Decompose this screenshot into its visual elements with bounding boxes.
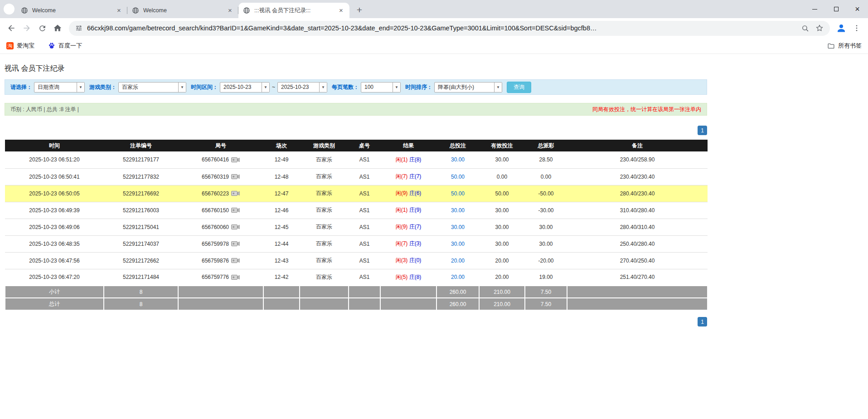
cell-result: 闲(5) 庄(8) — [380, 269, 436, 286]
sort-value: 降幂(由大到小) — [435, 83, 477, 91]
globe-icon — [21, 7, 28, 14]
video-camera-icon[interactable] — [231, 190, 240, 196]
cell-remark: 230.40/258.90 — [567, 151, 708, 168]
total-bet-link[interactable]: 20.00 — [451, 274, 465, 280]
cell-game-type: 百家乐 — [300, 235, 349, 252]
total-bet-link[interactable]: 30.00 — [451, 156, 465, 163]
cell-time: 2025-10-23 06:50:05 — [5, 185, 104, 202]
tab-close-icon[interactable]: × — [337, 7, 345, 15]
baidu-paw-icon — [48, 42, 55, 49]
page-number-button[interactable]: 1 — [698, 126, 707, 135]
reload-button[interactable] — [34, 20, 50, 36]
home-button[interactable] — [50, 20, 65, 36]
subtotal-row-cell-2 — [178, 286, 263, 298]
chevron-down-icon[interactable]: ▼ — [393, 83, 400, 92]
total-bet-link[interactable]: 30.00 — [451, 241, 465, 247]
cell-session: 12-44 — [263, 235, 300, 252]
query-type-select[interactable]: 日期查询 ▼ — [34, 82, 85, 93]
globe-icon — [243, 7, 250, 14]
bookmark-aitaobao[interactable]: 淘 爱淘宝 — [6, 42, 34, 50]
date-range-label: 时间区间： — [191, 83, 218, 91]
game-type-select[interactable]: 百家乐 ▼ — [118, 82, 186, 93]
all-bookmarks[interactable]: 所有书签 — [827, 42, 862, 50]
date-end-select[interactable]: 2025-10-23 ▼ — [277, 82, 327, 93]
date-start-select[interactable]: 2025-10-23 ▼ — [220, 82, 270, 93]
tune-icon[interactable] — [75, 24, 82, 32]
total-bet-link[interactable]: 30.00 — [451, 224, 465, 230]
chevron-down-icon[interactable]: ▼ — [319, 83, 327, 92]
close-button[interactable]: × — [847, 0, 868, 18]
sort-label: 时间排序： — [405, 83, 432, 91]
cell-bet-id: 522912177832 — [104, 168, 178, 185]
video-camera-icon[interactable] — [231, 224, 240, 230]
result-player: 闲(9) — [396, 224, 408, 230]
tab-welcome-1[interactable]: Welcome × — [16, 3, 127, 18]
sort-select[interactable]: 降幂(由大到小) ▼ — [434, 82, 502, 93]
chevron-down-icon[interactable]: ▼ — [262, 83, 269, 92]
search-button[interactable]: 查询 — [507, 82, 531, 93]
cell-payout: -20.00 — [525, 252, 567, 269]
cell-time: 2025-10-23 06:50:41 — [5, 168, 104, 185]
tab-close-icon[interactable]: × — [226, 7, 234, 15]
maximize-button[interactable] — [825, 0, 847, 18]
video-camera-icon[interactable] — [231, 207, 240, 213]
result-banker: 庄(3) — [409, 240, 422, 247]
back-button[interactable] — [4, 20, 19, 36]
cell-payout: 28.50 — [525, 151, 567, 168]
address-bar[interactable]: 66cxkj98.com/game/betrecord_search/kind3… — [69, 21, 830, 36]
page-number-button[interactable]: 1 — [698, 317, 707, 326]
cell-total-bet: 30.00 — [436, 219, 479, 235]
cell-result: 闲(1) 庄(9) — [380, 202, 436, 219]
cell-game-type: 百家乐 — [300, 252, 349, 269]
chevron-down-icon[interactable]: ▼ — [494, 83, 502, 92]
cell-result: 闲(7) 庄(3) — [380, 235, 436, 252]
browser-toolbar: 66cxkj98.com/game/betrecord_search/kind3… — [0, 18, 868, 38]
minimize-button[interactable] — [804, 0, 825, 18]
cell-total-bet: 20.00 — [436, 252, 479, 269]
chevron-down-icon[interactable]: ▼ — [77, 83, 84, 92]
url-text[interactable]: 66cxkj98.com/game/betrecord_search/kind3… — [87, 24, 795, 32]
table-row: 2025-10-23 06:50:05522912176692656760223… — [5, 185, 708, 202]
video-camera-icon[interactable] — [231, 174, 240, 180]
video-camera-icon[interactable] — [231, 274, 240, 280]
game-type-value: 百家乐 — [119, 83, 141, 91]
tab-strip: Welcome × Welcome × :::视讯 会员下注纪录::: × + … — [0, 0, 868, 18]
menu-dots-icon[interactable] — [849, 20, 864, 36]
cell-valid-bet: 20.00 — [479, 252, 525, 269]
total-bet-link[interactable]: 20.00 — [451, 258, 465, 264]
profile-icon[interactable] — [834, 20, 849, 36]
total-bet-link[interactable]: 30.00 — [451, 207, 465, 214]
table-row: 2025-10-23 06:47:20522912171484656759776… — [5, 269, 708, 286]
tab-welcome-2[interactable]: Welcome × — [127, 3, 238, 18]
table-row: 2025-10-23 06:51:20522912179177656760416… — [5, 151, 708, 168]
cell-session: 12-43 — [263, 252, 300, 269]
result-banker: 庄(9) — [409, 207, 422, 213]
column-header-4: 游戏类别 — [300, 140, 349, 151]
total-bet-link[interactable]: 50.00 — [451, 190, 465, 197]
video-camera-icon[interactable] — [231, 258, 240, 263]
cell-bet-id: 522912179177 — [104, 151, 178, 168]
cell-round: 656760150 — [178, 202, 263, 219]
cell-result: 闲(3) 庄(0) — [380, 252, 436, 269]
video-camera-icon[interactable] — [231, 241, 240, 247]
grand-total-row-cell-2 — [178, 298, 263, 310]
star-icon[interactable] — [815, 24, 824, 32]
column-header-3: 场次 — [263, 140, 300, 151]
chevron-down-icon[interactable]: ▼ — [178, 83, 186, 92]
subtotal-row-cell-4 — [300, 286, 349, 298]
subtotal-row-cell-0: 小计 — [5, 286, 104, 298]
tab-close-icon[interactable]: × — [115, 7, 123, 15]
zoom-icon[interactable] — [801, 24, 809, 32]
cell-table-no: AS1 — [349, 185, 380, 202]
page-size-select[interactable]: 100 ▼ — [361, 82, 401, 93]
video-camera-icon[interactable] — [231, 157, 240, 163]
summary-note: 同局有效投注，统一计算在该局第一张注单内 — [592, 106, 701, 113]
cell-valid-bet: 30.00 — [479, 151, 525, 168]
cell-round: 656759876 — [178, 252, 263, 269]
tab-bet-records[interactable]: :::视讯 会员下注纪录::: × — [238, 3, 349, 18]
bookmark-baidu[interactable]: 百度一下 — [48, 42, 82, 50]
total-bet-link[interactable]: 50.00 — [451, 174, 465, 180]
cell-time: 2025-10-23 06:47:56 — [5, 252, 104, 269]
new-tab-button[interactable]: + — [353, 4, 366, 16]
forward-button[interactable] — [19, 20, 34, 36]
